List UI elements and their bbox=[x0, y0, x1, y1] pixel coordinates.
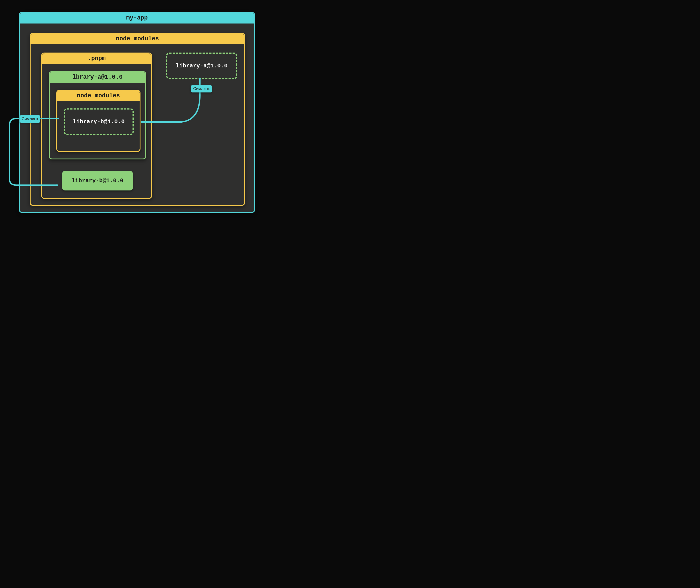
diagram-stage: my-app node_modules .pnpm lbrary-a@1.0.0… bbox=[0, 0, 261, 219]
library-b-real: library-b@1.0.0 bbox=[62, 171, 133, 190]
node-modules-inner-box: node_modules library-b@1.0.0 bbox=[56, 90, 140, 152]
my-app-box: my-app node_modules .pnpm lbrary-a@1.0.0… bbox=[19, 12, 255, 213]
pnpm-title: .pnpm bbox=[42, 53, 151, 64]
pnpm-box: .pnpm lbrary-a@1.0.0 node_modules librar… bbox=[41, 53, 152, 199]
library-a-folder-title: lbrary-a@1.0.0 bbox=[50, 72, 145, 83]
node-modules-inner-title: node_modules bbox=[57, 91, 140, 101]
node-modules-outer-title: node_modules bbox=[31, 34, 244, 44]
library-b-real-label: library-b@1.0.0 bbox=[72, 177, 123, 184]
symlink-library-b-inner-label: library-b@1.0.0 bbox=[73, 118, 125, 125]
symlink-library-a-top-label: library-a@1.0.0 bbox=[176, 62, 228, 69]
symlink-tag-left: Симлинк bbox=[19, 115, 40, 123]
library-a-folder-box: lbrary-a@1.0.0 node_modules library-b@1.… bbox=[49, 71, 146, 159]
node-modules-outer-box: node_modules .pnpm lbrary-a@1.0.0 node_m… bbox=[30, 33, 245, 206]
symlink-library-a-top: library-a@1.0.0 bbox=[166, 53, 237, 79]
symlink-tag-right: Симлинк bbox=[191, 85, 212, 92]
my-app-title: my-app bbox=[20, 13, 254, 23]
symlink-library-b-inner: library-b@1.0.0 bbox=[64, 108, 134, 135]
